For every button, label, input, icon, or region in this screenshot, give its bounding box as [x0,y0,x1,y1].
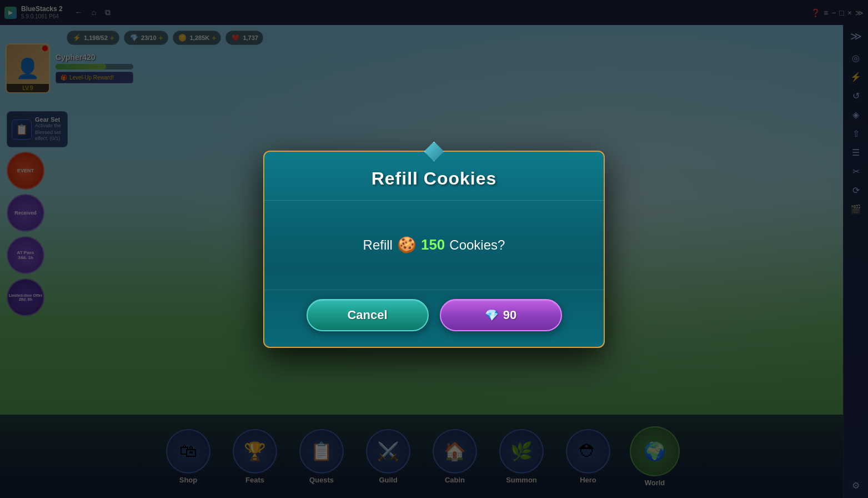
refill-prefix: Refill [363,237,393,253]
gem-icon: 💎 [485,308,499,322]
cancel-button[interactable]: Cancel [307,299,429,331]
confirm-cost: 90 [503,308,516,322]
refill-message: Refill 🍪 150 Cookies? [363,236,505,254]
refill-modal: Refill Cookies Refill 🍪 150 Cookies? Can… [263,151,605,348]
modal-footer: Cancel 💎 90 [264,290,604,347]
modal-title: Refill Cookies [275,168,593,189]
modal-overlay: Refill Cookies Refill 🍪 150 Cookies? Can… [0,0,868,498]
cookie-count: 150 [421,236,445,253]
modal-body: Refill 🍪 150 Cookies? [264,201,604,290]
refill-suffix: Cookies? [449,237,505,253]
cookie-icon: 🍪 [397,236,417,254]
confirm-button[interactable]: 💎 90 [440,299,562,331]
